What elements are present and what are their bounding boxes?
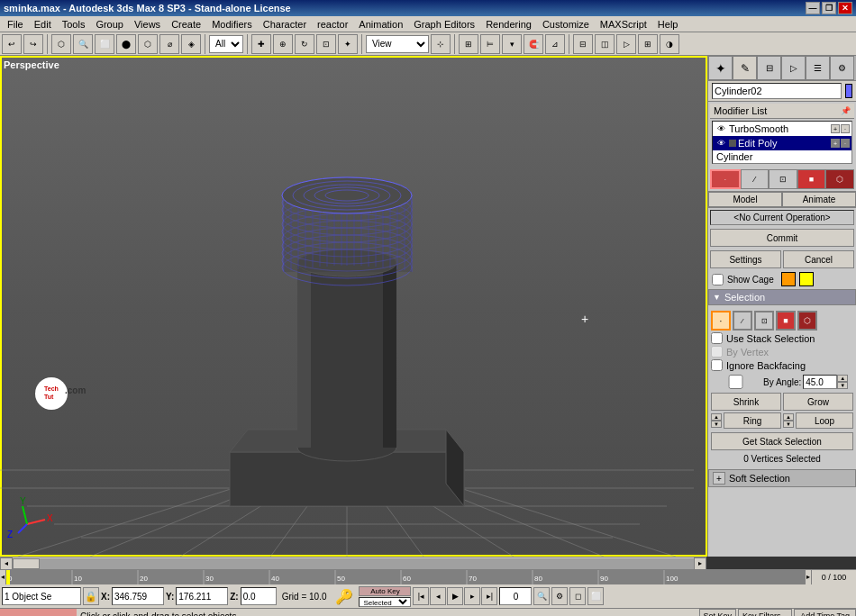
lasso-select[interactable]: ⌀	[159, 34, 179, 54]
modifier-item-turbosmooth[interactable]: 👁 TurboSmooth + ·	[713, 122, 851, 136]
layer-manager[interactable]: ⊟	[573, 34, 593, 54]
cage-color-1[interactable]	[781, 272, 796, 286]
quick-render[interactable]: ▷	[616, 34, 636, 54]
menu-views[interactable]: Views	[129, 18, 166, 31]
viewport-icon-btn[interactable]: ◻	[569, 587, 586, 605]
motion-tab[interactable]: ▷	[781, 56, 806, 80]
selection-rollout-header[interactable]: ▼ Selection	[708, 289, 856, 305]
mirror-button[interactable]: ⊞	[459, 34, 478, 54]
settings-icon-btn[interactable]: ⚙	[551, 587, 568, 605]
snap-toggle[interactable]: 🧲	[524, 34, 543, 54]
get-stack-selection-button[interactable]: Get Stack Selection	[711, 432, 853, 450]
object-name-input[interactable]	[712, 83, 842, 99]
viewport[interactable]: Perspective	[0, 56, 707, 557]
hierarchy-tab[interactable]: ⊟	[757, 56, 781, 80]
subtab-edge[interactable]: ∕	[741, 169, 769, 189]
ring-spin-up[interactable]: ▲	[711, 413, 722, 421]
eye-icon-2[interactable]: 👁	[715, 137, 727, 149]
timeline-ruler[interactable]: 0 10 20 30 40 50 60 70 80 90 100	[6, 570, 805, 584]
rect-select[interactable]: ⬜	[95, 34, 114, 54]
menu-graph-editors[interactable]: Graph Editors	[408, 18, 480, 31]
subtab-vertex[interactable]: ·	[710, 169, 741, 189]
menu-group[interactable]: Group	[90, 18, 129, 31]
search-icon-btn[interactable]: 🔍	[533, 587, 550, 605]
scroll-track[interactable]	[13, 558, 694, 569]
menu-create[interactable]: Create	[166, 18, 206, 31]
paint-select[interactable]: ◈	[181, 34, 201, 54]
menu-rendering[interactable]: Rendering	[480, 18, 537, 31]
minimize-button[interactable]: —	[806, 2, 820, 14]
align-button[interactable]: ⊨	[480, 34, 500, 54]
menu-character[interactable]: Character	[258, 18, 312, 31]
show-cage-checkbox[interactable]	[712, 274, 724, 285]
cancel-button[interactable]: Cancel	[783, 250, 854, 268]
timeline-marker[interactable]	[6, 570, 10, 584]
soft-sel-expand-icon[interactable]: +	[713, 472, 725, 485]
coord-system-select[interactable]: View	[366, 35, 429, 53]
timeline-next-button[interactable]: ▸	[805, 570, 811, 584]
animate-tab[interactable]: Animate	[782, 192, 856, 207]
display-tab[interactable]: ☰	[806, 56, 830, 80]
restore-button[interactable]: ❐	[822, 2, 836, 14]
select-button[interactable]: ⬡	[51, 34, 71, 54]
object-color-swatch[interactable]	[845, 84, 852, 98]
menu-modifiers[interactable]: Modifiers	[206, 18, 258, 31]
subtab-border[interactable]: ⊡	[769, 169, 797, 189]
element-select-icon[interactable]: ⬡	[797, 311, 817, 331]
by-angle-checkbox[interactable]	[711, 375, 760, 389]
menu-help[interactable]: Help	[652, 18, 684, 31]
undo-button[interactable]: ↩	[2, 34, 22, 54]
key-icon[interactable]: 🔑	[332, 586, 357, 606]
x-coord-input[interactable]	[112, 587, 164, 605]
timeline-prev-button[interactable]: ◂	[0, 570, 6, 584]
border-select-icon[interactable]: ⊡	[754, 311, 774, 331]
menu-animation[interactable]: Animation	[353, 18, 408, 31]
set-key-button[interactable]: Set Key	[699, 609, 737, 616]
select-object-button[interactable]: ✚	[251, 34, 271, 54]
frame-input[interactable]	[499, 587, 532, 605]
soft-selection-rollout-header[interactable]: + Soft Selection	[708, 469, 856, 487]
render-type[interactable]: ⊞	[638, 34, 658, 54]
vertex-select-icon[interactable]: ·	[711, 311, 731, 331]
by-vertex-checkbox[interactable]	[711, 346, 723, 358]
eye-icon[interactable]: 👁	[715, 122, 727, 135]
grow-button[interactable]: Grow	[783, 393, 853, 411]
settings-button[interactable]: Settings	[710, 250, 781, 268]
model-tab[interactable]: Model	[708, 192, 782, 207]
subtab-polygon[interactable]: ■	[797, 169, 826, 189]
by-angle-input[interactable]	[803, 375, 837, 389]
commit-button[interactable]: Commit	[710, 229, 854, 247]
auto-key-button[interactable]: Auto Key	[359, 586, 411, 596]
loop-spin-down[interactable]: ▼	[783, 421, 794, 428]
close-button[interactable]: ✕	[838, 2, 852, 14]
circle-select[interactable]: ⬤	[116, 34, 136, 54]
prev-frame-button[interactable]: ◂	[430, 587, 446, 605]
fence-select[interactable]: ⬡	[138, 34, 158, 54]
select-move[interactable]: ⊕	[273, 34, 293, 54]
loop-spin-up[interactable]: ▲	[783, 413, 794, 421]
lock-button[interactable]: 🔒	[83, 587, 99, 605]
modifier-ctrl-3[interactable]: +	[831, 139, 840, 148]
auto-key-select[interactable]: Selected	[359, 597, 411, 607]
modifier-ctrl-1[interactable]: +	[831, 124, 840, 133]
subtab-element[interactable]: ⬡	[825, 169, 854, 189]
select-manipulate[interactable]: ✦	[338, 34, 358, 54]
menu-edit[interactable]: Edit	[29, 18, 57, 31]
angle-spin-down[interactable]: ▼	[837, 382, 848, 389]
key-filters-button[interactable]: Key Filters...	[738, 609, 792, 616]
scroll-thumb[interactable]	[13, 558, 40, 569]
edge-select-icon[interactable]: ∕	[733, 311, 752, 331]
menu-customize[interactable]: Customize	[537, 18, 595, 31]
align-flyout[interactable]: ▾	[502, 34, 522, 54]
modify-tab[interactable]: ✎	[733, 56, 757, 80]
maximize-icon-btn[interactable]: ⬜	[587, 587, 604, 605]
menu-maxscript[interactable]: MAXScript	[595, 18, 652, 31]
menu-tools[interactable]: Tools	[57, 18, 91, 31]
filter-select[interactable]: All	[209, 35, 243, 53]
next-frame-button[interactable]: ▸	[464, 587, 480, 605]
modifier-item-editpoly[interactable]: 👁 Edit Poly + ·	[713, 136, 851, 150]
use-pivot-point[interactable]: ⊹	[431, 34, 451, 54]
add-time-tag-button[interactable]: Add Time Tag	[794, 609, 856, 616]
ignore-backfacing-checkbox[interactable]	[711, 359, 723, 371]
cage-color-2[interactable]	[799, 272, 814, 286]
